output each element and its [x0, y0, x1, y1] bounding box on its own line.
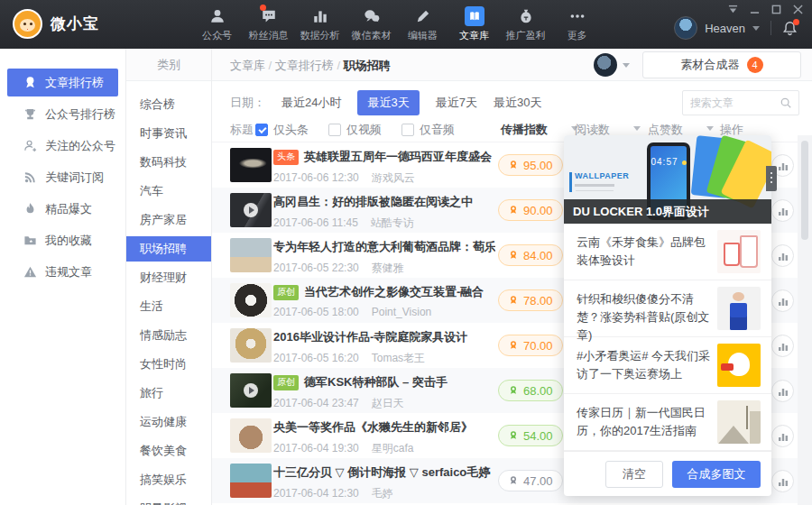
category-item[interactable]: 搞笑娱乐 — [126, 467, 211, 492]
trend-chart-button[interactable] — [771, 199, 794, 222]
account-caret-icon[interactable] — [623, 63, 630, 71]
article-title[interactable]: 当代艺术创作之影像交互装置-融合 — [304, 285, 484, 298]
article-source: 站酷专访 — [371, 216, 414, 229]
panel-item[interactable]: 针织和梭织傻傻分不清楚？涨姿势科普贴(原创文章) — [564, 280, 771, 337]
panel-item[interactable]: 云南《禾芽食集》品牌包装体验设计 — [564, 224, 771, 280]
sidebar-item-keyword-subscription[interactable]: 关键词订阅 — [7, 163, 118, 191]
trend-chart-button[interactable] — [771, 380, 794, 402]
pin-to-tray-icon[interactable] — [728, 5, 738, 14]
sidebar-item-account-ranking[interactable]: 公众号排行榜 — [7, 100, 118, 128]
category-item[interactable]: 明星影视 — [126, 496, 211, 505]
trend-chart-button[interactable] — [771, 289, 794, 312]
breadcrumb-item[interactable]: 文章排行榜 — [275, 59, 344, 72]
panel-item-thumbnail — [717, 287, 761, 330]
nav-label: 更多 — [567, 29, 587, 42]
checkbox-icon[interactable] — [401, 124, 414, 136]
trend-chart-button[interactable] — [771, 470, 794, 492]
article-title[interactable]: 十三亿分贝 ▽ 倒计时海报 ▽ serfaico毛婷 — [273, 465, 490, 479]
trend-chart-button[interactable] — [771, 244, 794, 267]
article-date: 2017-06-04 12:30 — [273, 487, 359, 500]
sidebar-item-hot-articles[interactable]: 精品爆文 — [7, 195, 118, 223]
filter-checkbox-1[interactable]: 仅视频 — [328, 122, 382, 138]
date-option[interactable]: 最近24小时 — [281, 95, 341, 111]
article-title[interactable]: 专为年轻人打造的意大利葡萄酒品牌：萄乐 Taller — [273, 240, 495, 253]
sidebar-item-violation-articles[interactable]: 违规文章 — [7, 258, 118, 286]
trend-chart-button[interactable] — [771, 335, 794, 357]
article-title[interactable]: 德军KSK特种部队 – 突击手 — [304, 375, 448, 389]
sidebar-item-article-ranking[interactable]: 文章排行榜 — [7, 69, 118, 96]
maximize-icon[interactable] — [771, 5, 781, 14]
nav-item-article-library[interactable]: 文章库 — [448, 6, 500, 42]
minimize-icon[interactable] — [750, 5, 760, 14]
sort-caret-icon[interactable] — [633, 126, 641, 134]
category-item[interactable]: 房产家居 — [126, 207, 211, 233]
user-avatar[interactable] — [674, 16, 697, 40]
nav-item-editor[interactable]: 编辑器 — [397, 6, 448, 42]
column-title: 标题 — [230, 122, 254, 138]
decor-lines — [575, 184, 614, 187]
search-input[interactable] — [690, 92, 777, 114]
nav-item-wechat-material[interactable]: 微信素材 — [346, 6, 397, 42]
category-item[interactable]: 职场招聘 — [126, 236, 211, 262]
checkbox-label: 仅音频 — [420, 122, 455, 138]
scrollbar-thumb[interactable] — [801, 141, 808, 240]
category-item[interactable]: 汽车 — [126, 179, 211, 204]
category-item[interactable]: 综合榜 — [126, 92, 211, 117]
scrollbar-track[interactable] — [798, 135, 812, 505]
article-title[interactable]: 央美一等奖作品《水獭先生的新邻居》 — [273, 420, 473, 434]
sort-caret-icon[interactable] — [706, 126, 714, 134]
trend-chart-button[interactable] — [771, 425, 794, 447]
hero-caption: DU LOCKER 1.0界面设计 — [564, 199, 771, 224]
nav-item-data-analytics[interactable]: 数据分析 — [294, 6, 346, 42]
material-composer-button[interactable]: 素材合成器 4 — [642, 51, 801, 78]
fans-messages-icon — [261, 6, 277, 26]
article-title[interactable]: 英雄联盟五周年一德玛西亚年度盛会！ — [304, 150, 495, 163]
nav-item-promotion-profit[interactable]: 推广盈利 — [500, 6, 551, 42]
nav-item-fans-messages[interactable]: 粉丝消息 — [243, 6, 294, 42]
category-item[interactable]: 生活 — [126, 294, 211, 319]
checkbox-icon[interactable] — [255, 124, 268, 136]
article-thumbnail — [230, 328, 272, 363]
panel-item[interactable]: 传家日历｜新一代国民日历，你的2017生活指南 — [564, 394, 771, 451]
close-icon[interactable] — [793, 5, 803, 14]
category-item[interactable]: 数码科技 — [126, 150, 211, 175]
sidebar-item-followed-accounts[interactable]: 关注的公众号 — [7, 132, 118, 160]
category-item[interactable]: 运动健康 — [126, 409, 211, 435]
breadcrumb-item[interactable]: 文章库 — [230, 59, 275, 72]
account-avatar[interactable] — [594, 53, 617, 77]
filter-checkbox-0[interactable]: 仅头条 — [255, 122, 309, 138]
wallpaper-mark: WALLPAPER — [575, 171, 629, 187]
checkbox-icon[interactable] — [328, 124, 341, 136]
category-item[interactable]: 餐饮美食 — [126, 438, 211, 464]
spread-index-badge: 90.00 — [498, 199, 563, 221]
category-item[interactable]: 女性时尚 — [126, 352, 211, 377]
play-icon — [244, 203, 258, 217]
category-item[interactable]: 情感励志 — [126, 323, 211, 348]
search-icon[interactable] — [780, 96, 792, 112]
sidebar-item-label: 我的收藏 — [45, 233, 92, 249]
panel-collapse-handle[interactable] — [766, 166, 777, 191]
category-header: 类别 — [126, 49, 211, 81]
article-title[interactable]: 2016毕业设计作品-寺院庭院家具设计 — [273, 330, 467, 344]
date-option[interactable]: 最近30天 — [494, 95, 541, 111]
material-composer-label: 素材合成器 — [681, 57, 740, 73]
sidebar-item-my-favorites[interactable]: 我的收藏 — [7, 226, 118, 254]
user-menu-caret-icon[interactable] — [752, 26, 760, 34]
date-option[interactable]: 最近7天 — [436, 95, 477, 111]
panel-hero-item[interactable]: WALLPAPER 04:57 DU LOCKER 1.0界面设计 — [564, 135, 771, 224]
article-badge: 原创 — [273, 285, 299, 300]
filter-checkbox-2[interactable]: 仅音频 — [401, 122, 455, 138]
date-option[interactable]: 最近3天 — [357, 90, 419, 115]
compose-multi-button[interactable]: 合成多图文 — [672, 461, 761, 488]
nav-label: 编辑器 — [408, 29, 438, 42]
notification-bell-icon[interactable] — [782, 21, 798, 36]
category-item[interactable]: 旅行 — [126, 381, 211, 406]
clear-button[interactable]: 清空 — [605, 461, 663, 488]
panel-item[interactable]: #小矛看奥运# 今天我们采访了一下奥运赛场上 — [564, 337, 771, 394]
nav-item-accounts[interactable]: 公众号 — [191, 6, 243, 42]
category-item[interactable]: 时事资讯 — [126, 121, 211, 146]
article-date: 2017-06-06 12:30 — [273, 171, 359, 184]
category-item[interactable]: 财经理财 — [126, 265, 211, 290]
article-title[interactable]: 高冈昌生：好的排版被隐匿在阅读之中 — [273, 195, 473, 208]
nav-item-more[interactable]: 更多 — [551, 6, 603, 42]
